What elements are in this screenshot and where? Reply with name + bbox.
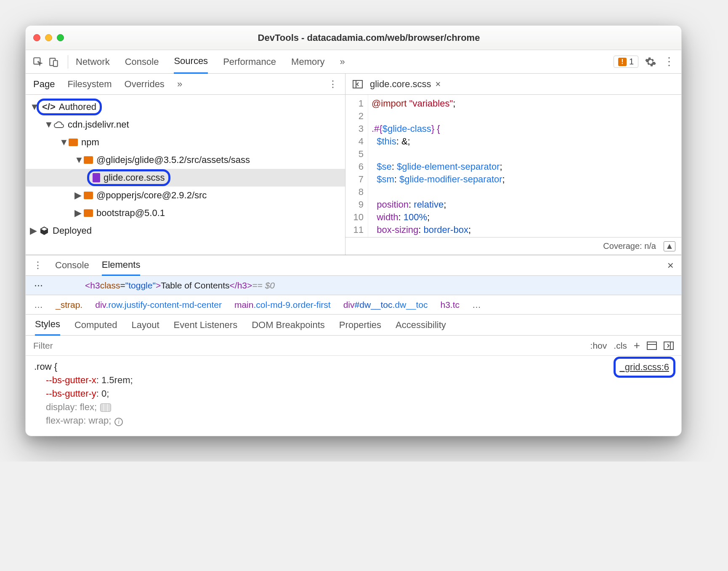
line-number: 7	[345, 173, 364, 186]
styles-filter-input[interactable]	[33, 341, 584, 351]
cls-toggle[interactable]: .cls	[614, 341, 627, 351]
styles-tab-layout[interactable]: Layout	[131, 315, 159, 335]
cube-icon	[39, 226, 49, 236]
code-token: relative	[414, 199, 444, 210]
toolbar-right: ! 1 ⋮	[614, 56, 675, 68]
drawer-tab-elements[interactable]: Elements	[102, 255, 141, 276]
folder-icon	[84, 192, 93, 199]
tab-console[interactable]: Console	[125, 51, 159, 73]
code-token: :	[418, 224, 423, 235]
line-gutter: 1 2 3 4 5 6 7 8 9 10 11	[345, 95, 368, 237]
caret-down-icon: ▼	[44, 119, 50, 130]
tree-popper-folder[interactable]: ▶ @popperjs/core@2.9.2/src	[26, 187, 345, 204]
tab-memory[interactable]: Memory	[291, 51, 324, 73]
style-rule-block[interactable]: _grid.scss:6 .row { --bs-gutter-x: 1.5re…	[26, 356, 681, 436]
tab-sources[interactable]: Sources	[174, 50, 208, 74]
folder-icon	[69, 139, 78, 146]
subtab-overrides[interactable]: Overrides	[125, 75, 165, 94]
styles-tab-properties[interactable]: Properties	[339, 315, 381, 335]
source-link[interactable]: _grid.scss:6	[620, 362, 669, 372]
code-token: :	[409, 199, 414, 210]
titlebar: DevTools - datacadamia.com/web/browser/c…	[26, 26, 681, 50]
maximize-window-button[interactable]	[57, 34, 64, 41]
code-token: $se	[377, 161, 391, 172]
tree-glide-folder[interactable]: ▼ @glidejs/glide@3.5.2/src/assets/sass	[26, 151, 345, 169]
tab-network[interactable]: Network	[76, 51, 110, 73]
bc-item[interactable]: _strap.	[56, 300, 82, 310]
close-window-button[interactable]	[33, 34, 40, 41]
code-token: .#{	[372, 123, 383, 134]
code-area[interactable]: 1 2 3 4 5 6 7 8 9 10 11 @import "variabl…	[345, 95, 681, 237]
selected-dom-node[interactable]: ⋯ <h3 class="toggle">Table of Contents</…	[26, 276, 681, 295]
info-icon[interactable]: i	[114, 418, 123, 426]
bc-item[interactable]: h3.tc	[441, 300, 460, 310]
editor-tab-glide[interactable]: glide.core.scss ×	[370, 79, 441, 90]
coverage-bar: Coverage: n/a ▲	[345, 237, 681, 255]
bc-ellipsis[interactable]: …	[472, 300, 481, 310]
file-navigator: ▼ </> Authored ▼ cdn.jsdelivr.net ▼	[26, 95, 345, 255]
code-token: :	[394, 174, 399, 184]
subtab-page[interactable]: Page	[33, 75, 55, 94]
tree-npm[interactable]: ▼ npm	[26, 133, 345, 151]
issues-badge[interactable]: ! 1	[614, 56, 638, 68]
inspect-element-icon[interactable]	[32, 56, 44, 68]
css-prop-name: flex-wrap	[46, 415, 83, 426]
new-style-rule-icon[interactable]: +	[634, 339, 640, 352]
line-number: 9	[345, 198, 364, 211]
styles-tab-eventlisteners[interactable]: Event Listeners	[174, 315, 238, 335]
coverage-reveal-icon[interactable]: ▲	[664, 241, 675, 251]
more-tabs-icon[interactable]: »	[340, 56, 345, 67]
styles-tab-styles[interactable]: Styles	[35, 314, 60, 336]
flex-badge-icon[interactable]	[100, 403, 111, 412]
code-token: $glide-class	[383, 123, 431, 134]
dom-attr: class	[100, 280, 120, 291]
styles-tab-computed[interactable]: Computed	[74, 315, 117, 335]
bc-ellipsis[interactable]: …	[34, 300, 43, 310]
authored-highlight: </> Authored	[37, 99, 102, 115]
dom-breadcrumbs: … _strap. div.row.justify-content-md-cen…	[26, 295, 681, 315]
tree-cdn[interactable]: ▼ cdn.jsdelivr.net	[26, 116, 345, 133]
navigator-toggle-icon[interactable]	[351, 78, 364, 91]
tree-bootstrap-folder[interactable]: ▶ bootstrap@5.0.1	[26, 204, 345, 222]
sidebar-toggle-icon[interactable]	[664, 342, 674, 350]
bc-item[interactable]: div#dw__toc.dw__toc	[343, 300, 428, 310]
code-token: :	[392, 161, 397, 172]
line-number: 11	[345, 224, 364, 236]
device-toolbar-icon[interactable]	[48, 56, 60, 68]
code-token: border-box	[424, 224, 468, 235]
editor-tabbar: glide.core.scss ×	[345, 74, 681, 95]
tree-authored[interactable]: ▼ </> Authored	[26, 98, 345, 116]
code-token: position	[377, 199, 409, 210]
devtools-window: DevTools - datacadamia.com/web/browser/c…	[25, 25, 682, 436]
bc-item[interactable]: div.row.justify-content-md-center	[95, 300, 222, 310]
popper-folder-label: @popperjs/core@2.9.2/src	[96, 190, 207, 201]
dom-eq: =	[120, 280, 125, 291]
styles-tab-accessibility[interactable]: Accessibility	[396, 315, 446, 335]
caret-right-icon: ▶	[74, 208, 80, 219]
code-token: width	[377, 212, 398, 222]
computed-toggle-icon[interactable]	[647, 342, 657, 350]
subtab-kebab-icon[interactable]: ⋮	[328, 79, 337, 90]
code-token: ;	[444, 199, 446, 210]
bc-item[interactable]: main.col-md-9.order-first	[234, 300, 331, 310]
hov-toggle[interactable]: :hov	[590, 341, 607, 351]
styles-tab-dombreakpoints[interactable]: DOM Breakpoints	[252, 315, 325, 335]
dom-text: Table of Contents	[161, 280, 229, 291]
code-token: @import	[372, 98, 407, 109]
tree-glide-file[interactable]: glide.core.scss	[26, 169, 345, 187]
drawer-kebab-icon[interactable]: ⋮	[33, 260, 43, 271]
tree-deployed[interactable]: ▶ Deployed	[26, 222, 345, 240]
kebab-menu-icon[interactable]: ⋮	[663, 56, 675, 68]
editor-tab-filename: glide.core.scss	[370, 79, 431, 90]
more-subtabs-icon[interactable]: »	[177, 79, 182, 90]
settings-gear-icon[interactable]	[644, 56, 657, 68]
minimize-window-button[interactable]	[45, 34, 52, 41]
line-number: 3	[345, 123, 364, 135]
rule-selector: .row {	[34, 360, 673, 374]
deployed-label: Deployed	[53, 225, 92, 236]
close-tab-icon[interactable]: ×	[436, 79, 441, 90]
tab-performance[interactable]: Performance	[223, 51, 276, 73]
drawer-close-icon[interactable]: ×	[667, 259, 674, 272]
subtab-filesystem[interactable]: Filesystem	[67, 75, 112, 94]
drawer-tab-console[interactable]: Console	[55, 256, 89, 275]
